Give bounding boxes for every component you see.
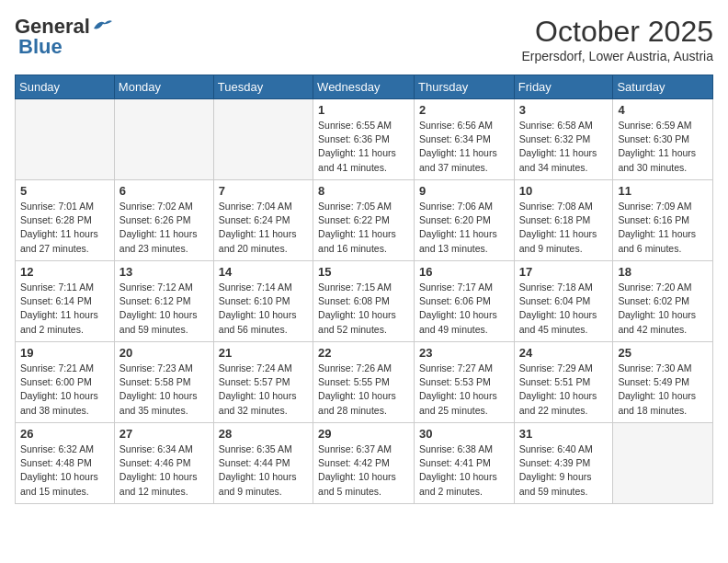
day-info: Sunrise: 7:09 AM Sunset: 6:16 PM Dayligh… — [618, 200, 708, 256]
day-number: 9 — [419, 184, 509, 198]
calendar-cell: 24Sunrise: 7:29 AM Sunset: 5:51 PM Dayli… — [514, 342, 613, 423]
calendar-cell: 28Sunrise: 6:35 AM Sunset: 4:44 PM Dayli… — [213, 423, 313, 504]
day-info: Sunrise: 7:29 AM Sunset: 5:51 PM Dayligh… — [519, 362, 609, 418]
day-number: 20 — [119, 346, 209, 360]
day-number: 25 — [618, 346, 708, 360]
day-number: 13 — [119, 265, 209, 279]
day-info: Sunrise: 7:01 AM Sunset: 6:28 PM Dayligh… — [20, 200, 109, 256]
calendar-cell: 16Sunrise: 7:17 AM Sunset: 6:06 PM Dayli… — [415, 261, 515, 342]
day-info: Sunrise: 6:35 AM Sunset: 4:44 PM Dayligh… — [219, 442, 308, 499]
calendar-cell — [613, 423, 713, 504]
calendar-cell: 31Sunrise: 6:40 AM Sunset: 4:39 PM Dayli… — [514, 423, 613, 504]
day-info: Sunrise: 6:37 AM Sunset: 4:42 PM Dayligh… — [318, 442, 409, 499]
calendar-cell: 9Sunrise: 7:06 AM Sunset: 6:20 PM Daylig… — [415, 180, 515, 261]
calendar-cell: 15Sunrise: 7:15 AM Sunset: 6:08 PM Dayli… — [313, 261, 415, 342]
col-header-wednesday: Wednesday — [313, 75, 415, 99]
week-row-2: 5Sunrise: 7:01 AM Sunset: 6:28 PM Daylig… — [16, 180, 713, 261]
calendar-cell: 17Sunrise: 7:18 AM Sunset: 6:04 PM Dayli… — [514, 261, 613, 342]
day-info: Sunrise: 7:23 AM Sunset: 5:58 PM Dayligh… — [119, 362, 209, 418]
day-info: Sunrise: 7:05 AM Sunset: 6:22 PM Dayligh… — [318, 200, 409, 256]
day-info: Sunrise: 7:06 AM Sunset: 6:20 PM Dayligh… — [419, 200, 509, 256]
calendar-cell: 27Sunrise: 6:34 AM Sunset: 4:46 PM Dayli… — [114, 423, 213, 504]
day-number: 17 — [519, 265, 609, 279]
day-number: 16 — [419, 265, 509, 279]
col-header-friday: Friday — [514, 75, 613, 99]
day-info: Sunrise: 7:04 AM Sunset: 6:24 PM Dayligh… — [219, 200, 308, 256]
calendar-cell — [213, 99, 313, 180]
day-number: 15 — [318, 265, 409, 279]
calendar-cell: 1Sunrise: 6:55 AM Sunset: 6:36 PM Daylig… — [313, 99, 415, 180]
day-number: 8 — [318, 184, 409, 198]
calendar-cell: 5Sunrise: 7:01 AM Sunset: 6:28 PM Daylig… — [16, 180, 115, 261]
day-number: 23 — [419, 346, 509, 360]
day-info: Sunrise: 6:38 AM Sunset: 4:41 PM Dayligh… — [419, 442, 509, 499]
week-row-1: 1Sunrise: 6:55 AM Sunset: 6:36 PM Daylig… — [16, 99, 713, 180]
day-info: Sunrise: 7:08 AM Sunset: 6:18 PM Dayligh… — [519, 200, 609, 256]
calendar-cell: 8Sunrise: 7:05 AM Sunset: 6:22 PM Daylig… — [313, 180, 415, 261]
calendar-cell: 30Sunrise: 6:38 AM Sunset: 4:41 PM Dayli… — [415, 423, 515, 504]
calendar-cell: 7Sunrise: 7:04 AM Sunset: 6:24 PM Daylig… — [213, 180, 313, 261]
day-info: Sunrise: 7:26 AM Sunset: 5:55 PM Dayligh… — [318, 362, 409, 418]
day-info: Sunrise: 7:21 AM Sunset: 6:00 PM Dayligh… — [20, 362, 109, 418]
day-info: Sunrise: 6:34 AM Sunset: 4:46 PM Dayligh… — [119, 442, 209, 499]
day-number: 12 — [20, 265, 109, 279]
calendar-cell: 2Sunrise: 6:56 AM Sunset: 6:34 PM Daylig… — [415, 99, 515, 180]
day-info: Sunrise: 7:12 AM Sunset: 6:12 PM Dayligh… — [119, 281, 209, 337]
title-block: October 2025 Erpersdorf, Lower Austria, … — [521, 15, 713, 63]
day-info: Sunrise: 7:17 AM Sunset: 6:06 PM Dayligh… — [419, 281, 509, 337]
day-info: Sunrise: 7:20 AM Sunset: 6:02 PM Dayligh… — [618, 281, 708, 337]
calendar-cell: 25Sunrise: 7:30 AM Sunset: 5:49 PM Dayli… — [613, 342, 713, 423]
day-number: 1 — [318, 103, 409, 117]
day-number: 26 — [20, 427, 109, 441]
calendar-cell: 29Sunrise: 6:37 AM Sunset: 4:42 PM Dayli… — [313, 423, 415, 504]
header-row: SundayMondayTuesdayWednesdayThursdayFrid… — [16, 75, 713, 99]
day-number: 4 — [618, 103, 708, 117]
calendar-cell: 12Sunrise: 7:11 AM Sunset: 6:14 PM Dayli… — [16, 261, 115, 342]
day-info: Sunrise: 7:18 AM Sunset: 6:04 PM Dayligh… — [519, 281, 609, 337]
week-row-4: 19Sunrise: 7:21 AM Sunset: 6:00 PM Dayli… — [16, 342, 713, 423]
day-info: Sunrise: 6:58 AM Sunset: 6:32 PM Dayligh… — [519, 119, 609, 175]
day-number: 27 — [119, 427, 209, 441]
day-number: 10 — [519, 184, 609, 198]
col-header-monday: Monday — [114, 75, 213, 99]
day-number: 2 — [419, 103, 509, 117]
calendar-cell: 18Sunrise: 7:20 AM Sunset: 6:02 PM Dayli… — [613, 261, 713, 342]
day-info: Sunrise: 6:56 AM Sunset: 6:34 PM Dayligh… — [419, 119, 509, 175]
day-number: 11 — [618, 184, 708, 198]
calendar-cell — [16, 99, 115, 180]
calendar-cell: 11Sunrise: 7:09 AM Sunset: 6:16 PM Dayli… — [613, 180, 713, 261]
calendar-cell: 3Sunrise: 6:58 AM Sunset: 6:32 PM Daylig… — [514, 99, 613, 180]
page-header: General Blue October 2025 Erpersdorf, Lo… — [15, 15, 713, 63]
day-number: 29 — [318, 427, 409, 441]
calendar-cell: 14Sunrise: 7:14 AM Sunset: 6:10 PM Dayli… — [213, 261, 313, 342]
day-number: 19 — [20, 346, 109, 360]
location: Erpersdorf, Lower Austria, Austria — [521, 49, 713, 63]
col-header-tuesday: Tuesday — [213, 75, 313, 99]
day-info: Sunrise: 7:14 AM Sunset: 6:10 PM Dayligh… — [219, 281, 308, 337]
calendar-cell: 26Sunrise: 6:32 AM Sunset: 4:48 PM Dayli… — [16, 423, 115, 504]
day-info: Sunrise: 7:11 AM Sunset: 6:14 PM Dayligh… — [20, 281, 109, 337]
calendar-cell: 10Sunrise: 7:08 AM Sunset: 6:18 PM Dayli… — [514, 180, 613, 261]
calendar-cell: 13Sunrise: 7:12 AM Sunset: 6:12 PM Dayli… — [114, 261, 213, 342]
day-number: 6 — [119, 184, 209, 198]
calendar-cell — [114, 99, 213, 180]
day-number: 5 — [20, 184, 109, 198]
calendar-table: SundayMondayTuesdayWednesdayThursdayFrid… — [15, 75, 713, 504]
day-number: 18 — [618, 265, 708, 279]
day-info: Sunrise: 7:27 AM Sunset: 5:53 PM Dayligh… — [419, 362, 509, 418]
day-number: 30 — [419, 427, 509, 441]
calendar-cell: 6Sunrise: 7:02 AM Sunset: 6:26 PM Daylig… — [114, 180, 213, 261]
day-number: 7 — [219, 184, 308, 198]
day-info: Sunrise: 7:24 AM Sunset: 5:57 PM Dayligh… — [219, 362, 308, 418]
day-info: Sunrise: 7:02 AM Sunset: 6:26 PM Dayligh… — [119, 200, 209, 256]
calendar-cell: 21Sunrise: 7:24 AM Sunset: 5:57 PM Dayli… — [213, 342, 313, 423]
logo-text-blue: Blue — [18, 35, 63, 59]
col-header-thursday: Thursday — [415, 75, 515, 99]
day-info: Sunrise: 6:55 AM Sunset: 6:36 PM Dayligh… — [318, 119, 409, 175]
calendar-cell: 22Sunrise: 7:26 AM Sunset: 5:55 PM Dayli… — [313, 342, 415, 423]
day-number: 24 — [519, 346, 609, 360]
logo-bird-icon — [92, 17, 112, 32]
day-info: Sunrise: 7:15 AM Sunset: 6:08 PM Dayligh… — [318, 281, 409, 337]
day-number: 22 — [318, 346, 409, 360]
day-number: 31 — [519, 427, 609, 441]
